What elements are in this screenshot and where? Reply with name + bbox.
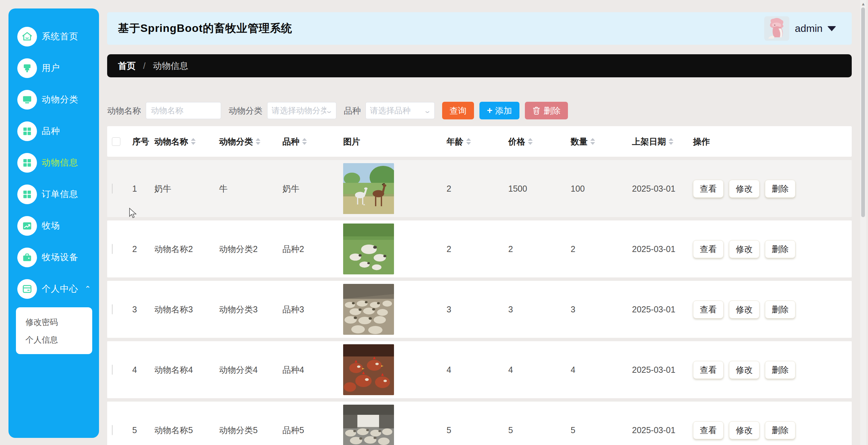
sort-carets-icon[interactable]	[191, 138, 196, 145]
username: admin	[795, 23, 823, 34]
add-button[interactable]: + 添加	[479, 102, 519, 119]
cell-actions: 查看修改删除	[693, 421, 852, 439]
delete-button[interactable]: 删除	[765, 240, 795, 258]
column-header-price[interactable]: 价格	[508, 136, 571, 147]
scrollbar[interactable]: ▲	[860, 0, 866, 445]
delete-button[interactable]: 删除	[765, 301, 795, 318]
submenu-item-change-password[interactable]: 修改密码	[16, 313, 92, 331]
cell-breed: 奶牛	[282, 183, 343, 194]
sidebar-item-home[interactable]: 系统首页	[8, 21, 99, 52]
sidebar-item-label: 动物分类	[42, 94, 78, 105]
sidebar-item-label: 订单信息	[42, 188, 78, 200]
row-checkbox[interactable]	[112, 183, 113, 194]
animal-image-chickens	[343, 344, 394, 395]
edit-button[interactable]: 修改	[729, 301, 760, 318]
scrollbar-thumb[interactable]	[861, 7, 865, 217]
row-checkbox[interactable]	[112, 425, 113, 435]
chevron-up-icon: ⌃	[85, 285, 91, 293]
sidebar-item-breed[interactable]: 品种	[8, 115, 99, 147]
delete-button[interactable]: 删除	[765, 421, 795, 439]
sort-carets-icon[interactable]	[256, 138, 260, 145]
sidebar-item-animal-category[interactable]: 动物分类	[8, 84, 99, 115]
cell-name: 奶牛	[154, 183, 219, 194]
row-checkbox[interactable]	[112, 244, 113, 254]
cell-actions: 查看修改删除	[693, 240, 852, 258]
sort-carets-icon[interactable]	[669, 138, 673, 145]
delete-button[interactable]: 删除	[765, 361, 795, 379]
cell-actions: 查看修改删除	[693, 361, 852, 379]
column-header-age[interactable]: 年龄	[447, 136, 508, 147]
edit-button[interactable]: 修改	[729, 180, 760, 198]
delete-button-label: 删除	[544, 105, 560, 116]
user-menu[interactable]: admin	[764, 16, 836, 41]
avatar	[764, 16, 789, 41]
cell-image	[343, 344, 447, 395]
edit-button[interactable]: 修改	[729, 361, 760, 379]
row-actions: 查看修改删除	[693, 301, 852, 318]
view-button[interactable]: 查看	[693, 361, 724, 379]
sidebar-item-users[interactable]: 用户	[8, 52, 99, 84]
table-row: 3动物名称3动物分类3品种33332025-03-01查看修改删除	[107, 281, 852, 338]
cell-image	[343, 163, 447, 214]
cell-breed: 品种5	[282, 425, 343, 436]
header: 基于SpringBoot的畜牧业管理系统 admin	[107, 12, 852, 45]
sidebar-item-personal-center[interactable]: 个人中心⌃	[8, 273, 99, 305]
table-body: 1奶牛牛奶牛215001002025-03-01查看修改删除2动物名称2动物分类…	[107, 160, 852, 445]
cell-qty: 5	[571, 425, 632, 435]
column-header-breed[interactable]: 品种	[282, 136, 343, 147]
cell-price: 2	[508, 244, 571, 254]
cell-age: 4	[447, 365, 508, 375]
scroll-up-arrow-icon[interactable]: ▲	[861, 1, 866, 6]
breed-select[interactable]: 请选择品种 ⌄	[366, 102, 435, 119]
table-row: 2动物名称2动物分类2品种22222025-03-01查看修改删除	[107, 220, 852, 277]
sidebar-item-ranch-equipment[interactable]: 牧场设备	[8, 241, 99, 273]
cell-category: 动物分类3	[219, 304, 282, 315]
row-actions: 查看修改删除	[693, 180, 852, 198]
animal-category-label: 动物分类	[229, 105, 262, 116]
view-button[interactable]: 查看	[693, 301, 724, 318]
delete-button[interactable]: 删除	[765, 180, 795, 198]
row-checkbox[interactable]	[112, 304, 113, 314]
row-actions: 查看修改删除	[693, 421, 852, 439]
cell-image	[343, 284, 447, 335]
cell-no: 2	[132, 244, 154, 254]
sort-carets-icon[interactable]	[528, 138, 533, 145]
cell-qty: 2	[571, 244, 632, 254]
sort-carets-icon[interactable]	[466, 138, 471, 145]
search-button[interactable]: 查询	[442, 102, 474, 119]
cell-age: 2	[447, 244, 508, 254]
chevron-down-icon	[827, 26, 836, 31]
view-button[interactable]: 查看	[693, 240, 724, 258]
cell-select	[107, 305, 132, 314]
cell-name: 动物名称2	[154, 244, 219, 255]
column-header-category[interactable]: 动物分类	[219, 136, 282, 147]
edit-button[interactable]: 修改	[729, 240, 760, 258]
view-button[interactable]: 查看	[693, 421, 724, 439]
animal-name-label: 动物名称	[107, 105, 141, 116]
edit-button[interactable]: 修改	[729, 421, 760, 439]
grid-icon	[17, 121, 37, 141]
column-header-name[interactable]: 动物名称	[154, 136, 219, 147]
animal-name-input[interactable]	[146, 102, 221, 119]
select-all-checkbox[interactable]	[112, 137, 120, 146]
submenu-item-personal-info[interactable]: 个人信息	[16, 331, 92, 349]
column-header-date[interactable]: 上架日期	[632, 136, 693, 147]
cell-name: 动物名称4	[154, 364, 219, 375]
animal-image-sheep-flock	[343, 284, 394, 335]
column-header-qty[interactable]: 数量	[571, 136, 632, 147]
category-select[interactable]: 请选择动物分类 ⌄	[267, 102, 336, 119]
cell-no: 3	[132, 305, 154, 314]
delete-button[interactable]: 删除	[525, 102, 568, 119]
plus-icon: +	[487, 105, 492, 116]
sidebar-item-animal-info[interactable]: 动物信息	[8, 147, 99, 178]
sort-carets-icon[interactable]	[302, 138, 307, 145]
cell-breed: 品种4	[282, 364, 343, 375]
view-button[interactable]: 查看	[693, 180, 724, 198]
cell-price: 1500	[508, 184, 571, 194]
cell-no: 5	[132, 425, 154, 435]
sidebar-item-order-info[interactable]: 订单信息	[8, 178, 99, 210]
breadcrumb-home[interactable]: 首页	[118, 60, 136, 72]
sidebar-item-ranch[interactable]: 牧场	[8, 210, 99, 241]
row-checkbox[interactable]	[112, 365, 113, 375]
sort-carets-icon[interactable]	[590, 138, 595, 145]
